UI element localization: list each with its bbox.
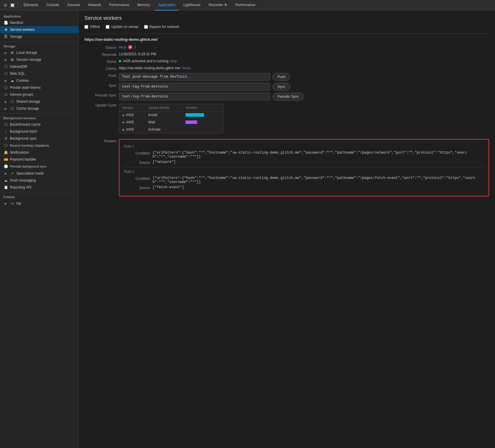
interest-groups-icon: ⬡ <box>3 92 8 97</box>
update-on-reload-checkbox-label[interactable]: Update on reload <box>106 25 138 29</box>
timeline-wait <box>185 120 220 124</box>
clients-label: Clients <box>84 66 116 71</box>
status-label: Status <box>84 59 116 64</box>
offline-checkbox[interactable] <box>84 25 88 29</box>
source-error-num[interactable]: 1 <box>134 45 136 49</box>
sidebar-item-reporting[interactable]: 📋 Reporting API <box>0 184 78 191</box>
push-button[interactable]: Push <box>273 73 290 81</box>
rule1-condition-label: Condition <box>124 151 150 159</box>
speculative-label: Speculative loads <box>16 171 44 175</box>
tab-console[interactable]: Console <box>43 0 63 10</box>
service-workers-label: Service workers <box>10 28 35 32</box>
bypass-checkbox-label[interactable]: Bypass for network <box>144 25 179 29</box>
status-row: Status #435 activated and is running sto… <box>84 59 489 64</box>
cache-storage-label: Cache storage <box>16 106 39 111</box>
notifications-label: Notifications <box>10 150 29 154</box>
sidebar-item-web-sql[interactable]: ⬡ Web SQL <box>0 70 78 77</box>
periodic-bg-sync-icon: 🕐 <box>3 164 8 169</box>
tab-network[interactable]: Network <box>85 0 105 10</box>
top-frame-icon: ▭ <box>10 201 15 206</box>
source-row: Source sw.js ✕ 1 <box>84 45 489 50</box>
sidebar-item-back-forward[interactable]: ⬡ Back/forward cache <box>0 121 78 128</box>
sidebar-item-indexeddb[interactable]: ⬡ IndexedDB <box>0 63 78 70</box>
update-cycle-label: Update Cycle <box>84 103 116 107</box>
section-divider-1 <box>0 41 78 42</box>
update-on-reload-label: Update on reload <box>111 25 138 29</box>
push-messaging-icon: ☁ <box>3 178 8 183</box>
periodic-sync-input[interactable] <box>119 93 270 100</box>
sidebar-item-shared-storage[interactable]: ▶ ⬡ Shared storage <box>0 98 78 105</box>
periodic-sync-label: Periodic Sync <box>84 93 116 97</box>
top-frame-arrow: ▶ <box>3 201 8 206</box>
session-storage-icon: ⊞ <box>10 57 15 62</box>
sidebar-item-periodic-bg-sync[interactable]: 🕐 Periodic background sync <box>0 163 78 170</box>
payment-handler-label: Payment handler <box>10 157 36 161</box>
push-row: Push Push <box>84 73 489 81</box>
update-on-reload-checkbox[interactable] <box>106 25 109 29</box>
rule2-condition-value: {"urlPattern":{"hash":"*","hostname":"sw… <box>153 176 484 184</box>
tab-application[interactable]: Application <box>155 0 179 10</box>
sync-input[interactable] <box>119 83 270 90</box>
inspect-icon[interactable]: 🔲 <box>9 2 15 8</box>
tab-performance2[interactable]: Performance <box>232 0 259 10</box>
web-sql-icon: ⬡ <box>3 71 8 76</box>
sidebar-item-push-messaging[interactable]: ☁ Push messaging <box>0 177 78 184</box>
devtools-icon[interactable]: ⚙ <box>2 2 8 8</box>
source-value: sw.js ✕ 1 <box>119 45 489 49</box>
sidebar-item-local-storage[interactable]: ▶ ⊞ Local storage <box>0 49 78 56</box>
local-storage-label: Local storage <box>16 51 37 55</box>
source-link[interactable]: sw.js <box>119 45 126 49</box>
sidebar-item-storage[interactable]: 🗄 Storage <box>0 33 78 40</box>
sidebar-item-session-storage[interactable]: ▶ ⊞ Session storage <box>0 56 78 63</box>
update-cycle-row-wait: ▶#435 Wait <box>119 119 223 126</box>
source-error-icon: ✕ <box>128 45 132 49</box>
sidebar-item-service-workers[interactable]: ⚙ Service workers <box>0 26 78 33</box>
sidebar-item-payment-handler[interactable]: 💳 Payment handler <box>0 156 78 163</box>
sidebar-item-bg-sync[interactable]: ↺ Background sync <box>0 135 78 142</box>
bg-sync-icon: ↺ <box>3 136 8 141</box>
reporting-label: Reporting API <box>10 185 31 189</box>
cache-storage-icon: ⬡ <box>10 106 15 111</box>
tab-memory[interactable]: Memory <box>134 0 153 10</box>
sidebar-item-speculative[interactable]: ▶ ↗ Speculative loads <box>0 170 78 177</box>
tab-recorder[interactable]: Recorder ⚗ <box>205 0 231 10</box>
bounce-tracking-icon: ⬡ <box>3 143 8 148</box>
speculative-icon: ↗ <box>10 171 15 176</box>
sidebar: Application 📄 Manifest ⚙ Service workers… <box>0 10 79 448</box>
sidebar-item-cookies[interactable]: ▶ ☁ Cookies <box>0 77 78 84</box>
offline-checkbox-label[interactable]: Offline <box>84 25 100 29</box>
tab-lighthouse[interactable]: Lighthouse <box>180 0 204 10</box>
rule-divider <box>124 167 484 167</box>
periodic-sync-button[interactable]: Periodic Sync <box>273 93 304 100</box>
sidebar-item-private-state-tokens[interactable]: ⬡ Private state tokens <box>0 84 78 91</box>
col-update-activity: Update Activity <box>148 106 183 109</box>
sidebar-item-notifications[interactable]: 🔔 Notifications <box>0 149 78 156</box>
bypass-checkbox[interactable] <box>144 25 148 29</box>
session-storage-label: Session storage <box>16 58 41 62</box>
stop-link[interactable]: stop <box>170 59 177 63</box>
sidebar-item-manifest[interactable]: 📄 Manifest <box>0 19 78 26</box>
sidebar-item-interest-groups[interactable]: ⬡ Interest groups <box>0 91 78 98</box>
col-version: Version <box>123 106 146 109</box>
tab-performance[interactable]: Performance <box>106 0 133 10</box>
main-layout: Application 📄 Manifest ⚙ Service workers… <box>0 10 495 448</box>
tab-sources[interactable]: Sources <box>64 0 84 10</box>
routers-label: Routers <box>84 137 116 196</box>
sidebar-item-bounce-tracking[interactable]: ⬡ Bounce tracking mitigations <box>0 142 78 149</box>
clients-row: Clients https://sw-static-routing-demo.g… <box>84 66 489 71</box>
rule1-condition-value: {"urlPattern":{"hash":"*","hostname":"sw… <box>153 151 484 159</box>
status-value: #435 activated and is running stop <box>119 59 489 63</box>
private-state-label: Private state tokens <box>10 86 40 90</box>
sidebar-item-cache-storage[interactable]: ▶ ⬡ Cache storage <box>0 105 78 112</box>
sync-button[interactable]: Sync <box>273 83 290 90</box>
push-input[interactable] <box>119 73 270 81</box>
tab-elements[interactable]: Elements <box>20 0 42 10</box>
sidebar-item-bg-fetch[interactable]: ↓ Background fetch <box>0 128 78 135</box>
sync-row: Sync Sync <box>84 83 489 90</box>
focus-link[interactable]: focus <box>182 66 191 70</box>
status-text: #435 activated and is running <box>123 59 169 63</box>
interest-groups-label: Interest groups <box>10 93 33 97</box>
periodic-sync-row: Periodic Sync Periodic Sync <box>84 93 489 100</box>
received-row: Received 11/30/2023, 6:19:31 PM <box>84 52 489 57</box>
sidebar-item-top-frame[interactable]: ▶ ▭ top <box>0 200 78 207</box>
